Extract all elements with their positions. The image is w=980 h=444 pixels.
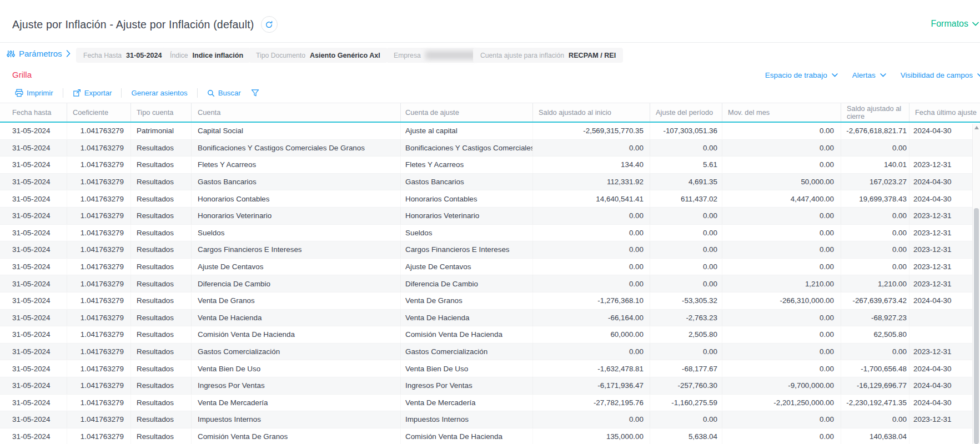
- table-cell: Gastos Comercialización: [192, 344, 401, 360]
- table-cell: -257,760.30: [650, 377, 722, 394]
- buscar-button[interactable]: Buscar: [207, 89, 241, 97]
- parameters-toggle[interactable]: Parámetros: [7, 49, 71, 58]
- table-cell: 1,210.00: [841, 275, 909, 292]
- chevron-down-icon: [880, 73, 886, 77]
- column-header-tipo-cuenta[interactable]: Tipo cuenta: [131, 103, 192, 122]
- table-cell: 0.00: [722, 140, 841, 157]
- tool-label: Generar asientos: [131, 89, 187, 97]
- table-cell: Venta Bien De Uso: [192, 360, 401, 377]
- table-row[interactable]: 31-05-20241.041763279PatrimonialCapital …: [0, 123, 980, 140]
- table-cell: 1.041763279: [67, 377, 131, 394]
- filter-funnel-icon[interactable]: [251, 89, 259, 97]
- table-cell: Resultados: [131, 395, 192, 411]
- table-row[interactable]: 31-05-20241.041763279ResultadosIngresos …: [0, 377, 980, 395]
- table-row[interactable]: 31-05-20241.041763279ResultadosCargos Fi…: [0, 241, 980, 259]
- column-header-cuenta-de-ajuste[interactable]: Cuenta de ajuste: [401, 103, 533, 122]
- parameters-bar: Parámetros Fecha Hasta 31-05-2024 Índice…: [0, 43, 980, 68]
- table-row[interactable]: 31-05-20241.041763279ResultadosFletes Y …: [0, 157, 980, 174]
- table-cell: 0.00: [650, 208, 722, 224]
- link-label: Alertas: [852, 71, 876, 79]
- param-tipo-documento[interactable]: Tipo Documento Asiento Genérico Axl: [249, 48, 388, 63]
- table-row[interactable]: 31-05-20241.041763279ResultadosVenta Bie…: [0, 360, 980, 377]
- espacio-de-trabajo-dropdown[interactable]: Espacio de trabajo: [765, 71, 838, 79]
- visibilidad-de-campos-dropdown[interactable]: Visibilidad de campos: [901, 71, 980, 79]
- table-cell: 62,505.80: [841, 326, 909, 343]
- table-cell: Venta De Hacienda: [192, 310, 401, 326]
- table-cell: 0.00: [650, 275, 722, 292]
- column-header-saldo-ajustado-al-cierre[interactable]: Saldo ajustado al cierre: [841, 103, 909, 122]
- app-window: Ajuste por Inflación - Ajuste por Inflac…: [0, 0, 980, 444]
- param-fecha-hasta[interactable]: Fecha Hasta 31-05-2024: [76, 48, 169, 63]
- generar-asientos-button[interactable]: Generar asientos: [131, 89, 187, 97]
- table-row[interactable]: 31-05-20241.041763279ResultadosComisión …: [0, 428, 980, 444]
- table-cell: 1.041763279: [67, 360, 131, 377]
- table-row[interactable]: 31-05-20241.041763279ResultadosVenta De …: [0, 310, 980, 327]
- formatos-dropdown[interactable]: Formatos: [931, 19, 979, 29]
- table-row[interactable]: 31-05-20241.041763279ResultadosHonorario…: [0, 190, 980, 208]
- table-cell: 5,638.04: [650, 428, 722, 444]
- table-row[interactable]: 31-05-20241.041763279ResultadosHonorario…: [0, 208, 980, 225]
- table-cell: -2,763.23: [650, 310, 722, 326]
- table-cell: Resultados: [131, 140, 192, 157]
- table-cell: 31-05-2024: [0, 292, 67, 309]
- table-cell: Resultados: [131, 208, 192, 224]
- table-row[interactable]: 31-05-20241.041763279ResultadosDiferenci…: [0, 275, 980, 292]
- table-row[interactable]: 31-05-20241.041763279ResultadosImpuestos…: [0, 411, 980, 428]
- table-cell: Capital Social: [192, 123, 401, 139]
- table-cell: 0.00: [722, 123, 841, 139]
- scrollbar-thumb[interactable]: [974, 208, 979, 444]
- table-cell: 0.00: [533, 241, 650, 258]
- table-cell: 0.00: [722, 411, 841, 428]
- vertical-scrollbar[interactable]: [972, 124, 980, 444]
- scroll-up-arrow-icon[interactable]: [974, 126, 979, 129]
- table-cell: Resultados: [131, 310, 192, 326]
- table-cell: 2023-12-31: [909, 208, 980, 224]
- refresh-button[interactable]: [261, 16, 278, 33]
- table-header-row: Fecha hasta Coeficiente Tipo cuenta Cuen…: [0, 103, 980, 123]
- table-cell: 0.00: [841, 208, 909, 224]
- column-header-coeficiente[interactable]: Coeficiente: [67, 103, 131, 122]
- table-cell: 31-05-2024: [0, 377, 67, 394]
- table-cell: 134.40: [533, 157, 650, 173]
- table-row[interactable]: 31-05-20241.041763279ResultadosSueldosSu…: [0, 225, 980, 242]
- tab-grilla[interactable]: Grilla: [12, 70, 32, 79]
- table-row[interactable]: 31-05-20241.041763279ResultadosBonificac…: [0, 140, 980, 157]
- table-row[interactable]: 31-05-20241.041763279ResultadosGastos Co…: [0, 344, 980, 361]
- column-header-mov-del-mes[interactable]: Mov. del mes: [722, 103, 841, 122]
- param-indice[interactable]: Índice Indice inflación: [163, 48, 250, 63]
- imprimir-button[interactable]: Imprimir: [15, 89, 53, 97]
- table-cell: 5.61: [650, 157, 722, 173]
- table-cell: 2023-12-31: [909, 344, 980, 360]
- table-cell: Patrimonial: [131, 123, 192, 139]
- table-cell: 1.041763279: [67, 310, 131, 326]
- toolbar-separator: [197, 88, 198, 98]
- table-row[interactable]: 31-05-20241.041763279ResultadosAjuste De…: [0, 259, 980, 276]
- column-header-fecha-hasta[interactable]: Fecha hasta: [0, 103, 67, 122]
- table-cell: 2024-04-30: [909, 292, 980, 309]
- chevron-down-icon: [832, 73, 838, 77]
- column-header-fecha-ultimo-ajuste[interactable]: Fecha último ajuste: [909, 103, 980, 122]
- table-row[interactable]: 31-05-20241.041763279ResultadosComisión …: [0, 326, 980, 344]
- column-header-saldo-ajustado-al-inicio[interactable]: Saldo ajustado al inicio: [533, 103, 650, 122]
- exportar-button[interactable]: Exportar: [73, 89, 112, 97]
- table-cell: 31-05-2024: [0, 259, 67, 275]
- alertas-dropdown[interactable]: Alertas: [852, 71, 886, 79]
- table-cell: Venta De Hacienda: [401, 310, 533, 326]
- refresh-icon: [265, 21, 273, 29]
- column-header-ajuste-del-periodo[interactable]: Ajuste del período: [650, 103, 722, 122]
- table-cell: [909, 428, 980, 444]
- param-cuenta-ajuste-inflacion[interactable]: Cuenta ajuste para inflación RECPAM / RE…: [473, 48, 623, 63]
- table-row[interactable]: 31-05-20241.041763279ResultadosVenta De …: [0, 292, 980, 310]
- table-row[interactable]: 31-05-20241.041763279ResultadosVenta De …: [0, 395, 980, 412]
- toolbar-separator: [121, 88, 122, 98]
- table-cell: 31-05-2024: [0, 428, 67, 444]
- column-header-cuenta[interactable]: Cuenta: [192, 103, 401, 122]
- table-cell: -27,782,195.76: [533, 395, 650, 411]
- table-row[interactable]: 31-05-20241.041763279ResultadosGastos Ba…: [0, 174, 980, 191]
- table-cell: Resultados: [131, 174, 192, 190]
- table-cell: 1.041763279: [67, 259, 131, 275]
- table-cell: Resultados: [131, 225, 192, 241]
- param-empresa[interactable]: Empresa: [386, 48, 485, 63]
- table-cell: 0.00: [650, 411, 722, 428]
- param-label: Empresa: [394, 52, 421, 59]
